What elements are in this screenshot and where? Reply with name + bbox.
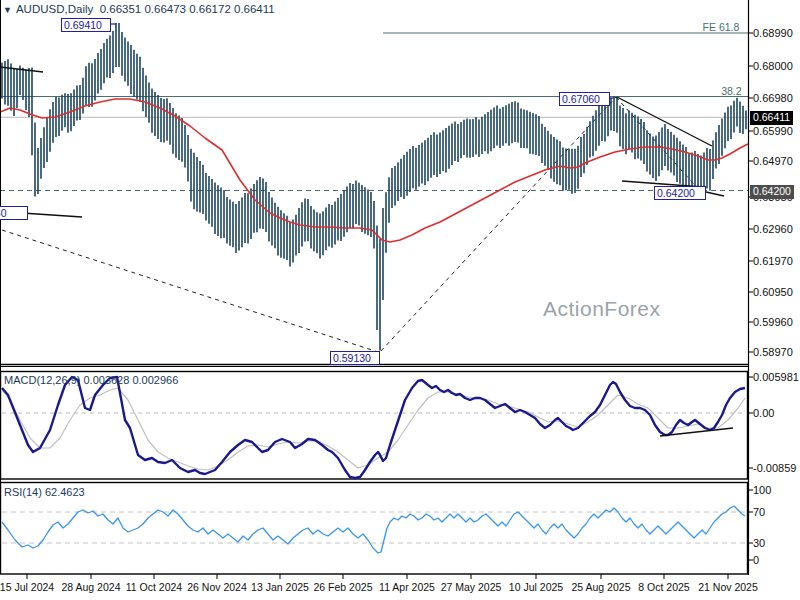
price-axis-label: 0.60950 <box>753 287 793 298</box>
date-axis-label: 25 Aug 2025 <box>572 581 631 593</box>
price-axis-badge: 0.66411 <box>750 111 793 125</box>
date-axis-label: 26 Feb 2025 <box>314 581 373 593</box>
forex-chart: ▼AUDUSD,Daily 0.66351 0.66473 0.66172 0.… <box>0 0 800 600</box>
quote-low: 0.66172 <box>189 3 231 15</box>
date-axis-label: 28 Aug 2024 <box>62 581 121 593</box>
date-axis-label: 27 May 2025 <box>441 581 502 593</box>
quote-close: 0.66411 <box>234 3 275 15</box>
price-annotation: 0.59130 <box>330 351 380 365</box>
rsi-label: RSI(14) 62.4623 <box>4 486 85 498</box>
date-axis-label: 11 Apr 2025 <box>379 581 435 593</box>
price-axis-label: 0.66980 <box>753 93 793 104</box>
price-axis-label: 0.62960 <box>753 224 793 235</box>
price-axis-label: 0.64970 <box>753 156 793 167</box>
chart-header: ▼AUDUSD,Daily 0.66351 0.66473 0.66172 0.… <box>3 3 275 15</box>
price-annotation: 0.64200 <box>654 186 706 200</box>
chart-canvas <box>0 0 800 600</box>
price-annotation: 480 <box>0 206 28 220</box>
macd-label: MACD(12,26,9) 0.003628 0.002966 <box>4 374 178 386</box>
date-axis-label: 26 Nov 2024 <box>187 581 247 593</box>
price-annotation: 0.67060 <box>559 92 610 106</box>
date-axis-label: 11 Oct 2024 <box>126 581 182 593</box>
price-axis-label: 0.68990 <box>753 28 793 39</box>
date-axis-label: 8 Oct 2025 <box>638 581 689 593</box>
price-axis-label: 0.61970 <box>753 256 793 267</box>
price-axis-label: 0.58970 <box>753 347 793 358</box>
date-axis-label: 13 Jan 2025 <box>251 581 309 593</box>
rsi-axis-label: 0 <box>753 555 759 566</box>
fib-level-label: 38.2 <box>721 85 741 97</box>
quote-high: 0.66473 <box>144 3 186 15</box>
price-annotation: 0.69410 <box>61 18 111 32</box>
macd-axis-label: 0.00 <box>753 408 774 419</box>
macd-axis-label: 0.005981 <box>753 372 799 383</box>
symbol-dropdown-icon[interactable]: ▼ <box>3 5 12 15</box>
price-axis-badge: 0.64200 <box>750 185 794 199</box>
symbol-timeframe: AUDUSD,Daily <box>16 3 93 15</box>
price-axis-label: 0.65990 <box>753 126 793 137</box>
fib-level-label: FE 61.8 <box>703 21 740 33</box>
date-axis-label: 15 Jul 2024 <box>0 581 54 593</box>
watermark: ActionForex <box>543 297 661 321</box>
price-axis-label: 0.68000 <box>753 61 793 72</box>
macd-axis-label: -0.00859 <box>753 463 796 474</box>
rsi-axis-label: 30 <box>753 538 765 549</box>
quote-open: 0.66351 <box>100 3 142 15</box>
rsi-axis-label: 70 <box>753 507 765 518</box>
rsi-axis-label: 100 <box>753 485 771 496</box>
date-axis-label: 10 Jul 2025 <box>509 581 563 593</box>
date-axis-label: 21 Nov 2025 <box>698 581 758 593</box>
price-axis-label: 0.59960 <box>753 317 793 328</box>
